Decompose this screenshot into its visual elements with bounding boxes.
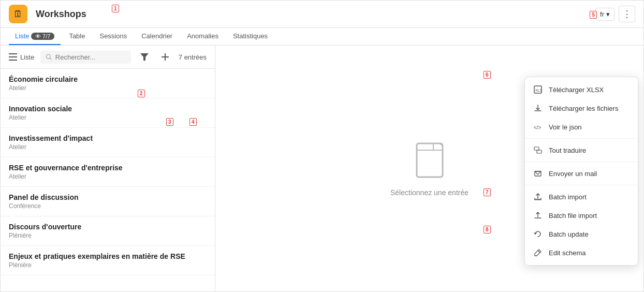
tab-sessions-label: Sessions xyxy=(99,32,127,40)
list-item-subtitle: Atelier xyxy=(9,84,207,92)
dropdown-item-send-mail[interactable]: Envoyer un mail xyxy=(525,164,638,183)
dropdown-item-label: Télécharger les fichiers xyxy=(549,105,618,112)
json-icon: </> xyxy=(533,122,543,132)
tab-anomalies-label: Anomalies xyxy=(187,32,218,40)
svg-rect-1 xyxy=(9,56,17,57)
lang-select[interactable]: fr ▾ xyxy=(595,8,614,21)
svg-marker-5 xyxy=(140,53,149,61)
tab-table-label: Table xyxy=(69,32,85,40)
lang-label: fr xyxy=(600,10,604,18)
edit-schema-icon xyxy=(533,248,543,257)
dropdown-item-batch-import[interactable]: Batch import xyxy=(525,187,638,206)
xlsx-icon: XLS xyxy=(533,85,543,94)
dropdown-divider xyxy=(525,162,638,162)
annotation-6: 6 xyxy=(484,71,491,79)
annotation-8: 8 xyxy=(484,226,491,233)
svg-line-4 xyxy=(50,58,52,60)
tab-liste[interactable]: Liste 👁 7/7 xyxy=(9,28,61,45)
more-button[interactable]: ⋮ xyxy=(619,6,635,22)
empty-state-text: Sélectionnez une entrée xyxy=(390,188,469,197)
list-item-title: Enjeux et pratiques exemplaires en matiè… xyxy=(9,252,207,260)
dropdown-item-label: Envoyer un mail xyxy=(549,170,597,178)
svg-text:XLS: XLS xyxy=(535,89,542,92)
annotation-4: 4 xyxy=(189,118,197,126)
svg-text:</>: </> xyxy=(534,125,541,130)
main: Liste 2 3 xyxy=(1,46,643,291)
dropdown-item-label: Edit schema xyxy=(549,249,586,257)
tab-statistiques-label: Statistiques xyxy=(233,32,268,40)
dropdown-item-label: Batch update xyxy=(549,230,589,238)
tab-sessions[interactable]: Sessions xyxy=(93,28,133,45)
download-files-icon xyxy=(533,104,543,113)
dropdown-divider xyxy=(525,185,638,185)
list-item[interactable]: Panel de discussion Conférence xyxy=(1,187,215,216)
eye-icon: 👁 xyxy=(35,33,41,39)
list-item-title: RSE et gouvernance d'entreprise xyxy=(9,164,207,172)
tab-liste-badge: 👁 7/7 xyxy=(31,33,54,40)
list-item-title: Économie circulaire xyxy=(9,75,207,83)
batch-update-icon xyxy=(533,229,543,239)
dropdown-item-label: Batch file import xyxy=(549,212,597,220)
dropdown-item-label: Voir le json xyxy=(549,123,582,131)
mail-icon xyxy=(533,169,543,178)
search-input[interactable] xyxy=(55,53,126,61)
list-icon xyxy=(9,53,17,61)
batch-import-icon xyxy=(533,192,543,201)
list-items: Économie circulaire Atelier Innovation s… xyxy=(1,69,215,291)
list-item[interactable]: Enjeux et pratiques exemplaires en matiè… xyxy=(1,246,215,275)
list-label: Liste xyxy=(20,53,34,61)
annotation-3: 3 xyxy=(166,118,173,126)
svg-marker-15 xyxy=(535,171,541,174)
header-right: 5 fr ▾ ⋮ xyxy=(595,6,635,22)
search-box[interactable] xyxy=(40,51,130,64)
svg-rect-8 xyxy=(417,143,443,177)
annotation-1: 1 xyxy=(112,5,119,12)
dropdown-item-edit-schema[interactable]: Edit schema xyxy=(525,243,638,262)
tab-calendrier[interactable]: Calendrier xyxy=(135,28,179,45)
more-icon: ⋮ xyxy=(622,8,632,20)
svg-rect-13 xyxy=(534,147,539,150)
app-icon: 🗓 xyxy=(9,5,27,23)
dropdown-item-label: Tout traduire xyxy=(549,147,586,154)
dropdown-item-download-xlsx[interactable]: XLS Télécharger XLSX xyxy=(525,80,638,99)
filter-icon xyxy=(140,53,149,61)
chevron-down-icon: ▾ xyxy=(606,10,610,18)
header: 🗓 Workshops 1 5 fr ▾ ⋮ xyxy=(1,1,643,28)
tab-calendrier-label: Calendrier xyxy=(141,32,172,40)
empty-state: Sélectionnez une entrée xyxy=(390,141,469,197)
dropdown-item-label: Batch import xyxy=(549,193,587,201)
svg-rect-14 xyxy=(537,150,541,153)
dropdown-item-batch-file-import[interactable]: Batch file import xyxy=(525,206,638,225)
search-icon xyxy=(46,53,52,61)
annotation-2: 2 xyxy=(138,90,145,97)
list-item[interactable]: Investissement d'impact Atelier xyxy=(1,128,215,157)
dropdown-item-translate[interactable]: Tout traduire xyxy=(525,141,638,159)
list-item[interactable]: Économie circulaire Atelier xyxy=(1,69,215,98)
svg-line-17 xyxy=(538,251,540,253)
list-item[interactable]: Discours d'ouverture Plénière xyxy=(1,216,215,246)
list-view-button[interactable]: Liste xyxy=(9,53,34,61)
empty-state-icon xyxy=(412,141,448,182)
add-icon xyxy=(162,53,169,61)
add-button[interactable] xyxy=(158,50,172,64)
dropdown-menu: 6 XLS Télécharger XLSX Télécharger les f… xyxy=(524,77,638,266)
list-item-subtitle: Plénière xyxy=(9,232,207,239)
tab-anomalies[interactable]: Anomalies xyxy=(181,28,225,45)
translate-icon xyxy=(533,145,543,155)
svg-rect-2 xyxy=(9,60,17,61)
dropdown-item-batch-update[interactable]: Batch update xyxy=(525,225,638,243)
annotation-7: 7 xyxy=(484,188,491,196)
tab-table[interactable]: Table xyxy=(63,28,91,45)
svg-point-3 xyxy=(47,54,51,59)
list-item-title: Panel de discussion xyxy=(9,193,207,201)
filter-button[interactable] xyxy=(137,50,152,64)
entries-count: 7 entrées xyxy=(179,53,207,61)
toolbar: Liste 2 3 xyxy=(1,46,215,69)
tab-liste-badge-count: 7/7 xyxy=(42,33,50,39)
tab-statistiques[interactable]: Statistiques xyxy=(227,28,274,45)
dropdown-item-download-files[interactable]: Télécharger les fichiers xyxy=(525,99,638,118)
list-item[interactable]: Innovation sociale Atelier xyxy=(1,98,215,128)
batch-file-import-icon xyxy=(533,211,543,220)
dropdown-item-view-json[interactable]: </> Voir le json xyxy=(525,118,638,136)
list-item[interactable]: RSE et gouvernance d'entreprise Atelier xyxy=(1,157,215,187)
